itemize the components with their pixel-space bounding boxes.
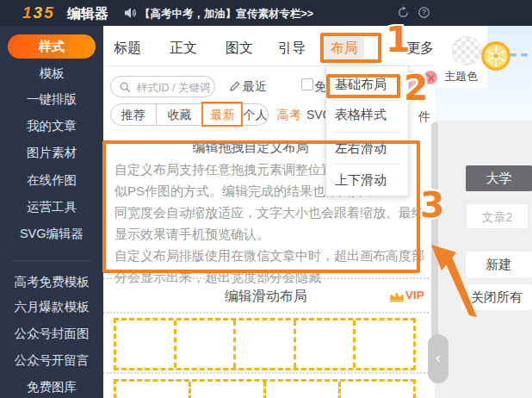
announcement-link[interactable]: 【高考中考，加油】宣传素材专栏>> bbox=[139, 7, 313, 22]
slide-cell bbox=[353, 320, 413, 368]
crown-icon bbox=[389, 291, 405, 302]
separator bbox=[103, 312, 429, 314]
sidebar-item-image-assets[interactable]: 图片素材 bbox=[0, 144, 103, 161]
separator bbox=[103, 277, 429, 279]
sidebar-item-styles[interactable]: 样式 bbox=[8, 34, 96, 59]
sidebar-item-gaokao-free-templates[interactable]: 高考免费模板 bbox=[0, 273, 103, 290]
menu-item-basic-layout[interactable]: 基础布局 bbox=[335, 73, 387, 96]
menu-separator bbox=[333, 164, 401, 165]
layout-dropdown-menu: 基础布局 表格样式 左右滑动 上下滑动 bbox=[325, 65, 409, 196]
tab-guide[interactable]: 引导 bbox=[278, 39, 306, 58]
tab-image-text[interactable]: 图文 bbox=[226, 39, 253, 58]
slide-cell bbox=[338, 382, 413, 398]
top-bar: 135 编辑器 【高考中考，加油】宣传素材专栏>> ? bbox=[0, 0, 532, 26]
slide-layout-row-2[interactable] bbox=[114, 379, 416, 398]
lemon-illustration bbox=[479, 40, 512, 72]
collapse-panel-handle[interactable]: ‹ bbox=[428, 334, 448, 383]
filter-personal[interactable]: 个人 bbox=[242, 104, 268, 125]
refresh-icon[interactable] bbox=[397, 6, 410, 19]
menu-separator bbox=[333, 100, 401, 101]
slide-cell bbox=[263, 382, 338, 398]
menu-item-table-style[interactable]: 表格样式 bbox=[335, 103, 387, 126]
sidebar-item-operation-tools[interactable]: 运营工具 bbox=[0, 198, 103, 215]
sidebar-item-svg-editor[interactable]: SVG编辑器 bbox=[0, 225, 103, 242]
sidebar-divider bbox=[12, 260, 91, 261]
annotation-arrow bbox=[425, 241, 480, 320]
sidebar-item-one-click-layout[interactable]: 一键排版 bbox=[0, 90, 103, 108]
separator bbox=[103, 372, 429, 374]
slide-cell bbox=[233, 320, 294, 368]
chevron-left-icon: ‹ bbox=[436, 349, 441, 366]
tab-more[interactable]: 更多 bbox=[406, 39, 434, 58]
tab-body[interactable]: 正文 bbox=[170, 39, 197, 58]
slide-card-title: 编辑滑动布局 bbox=[110, 288, 422, 306]
style-card-line: 自定义布局排版使用在微信文章中时，超出画布高度部 bbox=[114, 245, 424, 266]
vip-badge: VIP bbox=[405, 289, 424, 302]
menu-separator bbox=[333, 132, 401, 133]
search-icon bbox=[120, 82, 131, 93]
menu-item-horizontal-slide[interactable]: 左右滑动 bbox=[335, 137, 387, 159]
free-checkbox[interactable] bbox=[301, 78, 313, 90]
tag-partial[interactable]: 件 bbox=[418, 108, 430, 125]
logo-digit: 5 bbox=[44, 3, 55, 22]
filter-newest-active-box bbox=[201, 102, 243, 127]
pencil-icon bbox=[229, 80, 241, 92]
logo-digit: 3 bbox=[34, 3, 45, 22]
slide-cell bbox=[189, 382, 263, 398]
theme-color-swatch[interactable] bbox=[452, 36, 481, 65]
logo-digit: 1 bbox=[22, 3, 34, 22]
search-box[interactable] bbox=[110, 76, 215, 97]
sidebar-item-templates[interactable]: 模板 bbox=[0, 65, 103, 82]
article-tab[interactable]: 文章2 bbox=[466, 203, 529, 229]
slide-layout-row-1[interactable] bbox=[114, 318, 416, 370]
logo-text[interactable]: 编辑器 bbox=[67, 5, 108, 23]
slide-cell bbox=[174, 320, 234, 368]
speaker-icon bbox=[124, 7, 137, 19]
sidebar-item-my-articles[interactable]: 我的文章 bbox=[0, 117, 103, 134]
sidebar-item-june-hot-templates[interactable]: 六月爆款模板 bbox=[0, 298, 103, 315]
filter-segments: 推荐 收藏 最新 个人 bbox=[110, 103, 269, 126]
search-input[interactable] bbox=[135, 78, 213, 96]
sidebar-item-official-account-covers[interactable]: 公众号封面图 bbox=[0, 325, 103, 342]
slide-cell bbox=[294, 320, 354, 368]
recent-button[interactable]: 最近 bbox=[243, 78, 267, 95]
app-window: 135 编辑器 【高考中考，加油】宣传素材专栏>> ? 样式 模板 一键排版 我… bbox=[0, 0, 532, 398]
sidebar: 样式 模板 一键排版 我的文章 图片素材 在线作图 运营工具 SVG编辑器 高考… bbox=[0, 26, 103, 398]
slide-cell bbox=[116, 382, 189, 398]
tab-layout[interactable]: 布局 bbox=[325, 37, 364, 59]
logo[interactable]: 135 bbox=[22, 3, 55, 22]
filter-recommend[interactable]: 推荐 bbox=[111, 104, 156, 125]
menu-item-vertical-slide[interactable]: 上下滑动 bbox=[335, 169, 387, 191]
style-card-line: 同宽度会自动缩放适应，文字大小也会跟着缩放。最终 bbox=[114, 202, 424, 223]
tag-gaokao[interactable]: 高考 bbox=[277, 106, 301, 123]
sidebar-item-online-drawing[interactable]: 在线作图 bbox=[0, 171, 103, 189]
help-icon[interactable]: ? bbox=[418, 6, 430, 19]
svg-text:?: ? bbox=[422, 8, 426, 16]
filter-favorites[interactable]: 收藏 bbox=[156, 104, 203, 125]
slide-cell bbox=[116, 320, 174, 368]
category-tab-university[interactable]: 大学 bbox=[466, 165, 532, 191]
sidebar-item-free-image-library[interactable]: 免费图库 bbox=[0, 378, 103, 395]
dashed-line-decor bbox=[510, 53, 532, 58]
sidebar-item-official-account-messages[interactable]: 公众号开留言 bbox=[0, 351, 103, 369]
style-card-line: 显示效果请手机预览确认。 bbox=[114, 223, 424, 245]
tab-title[interactable]: 标题 bbox=[114, 39, 141, 58]
